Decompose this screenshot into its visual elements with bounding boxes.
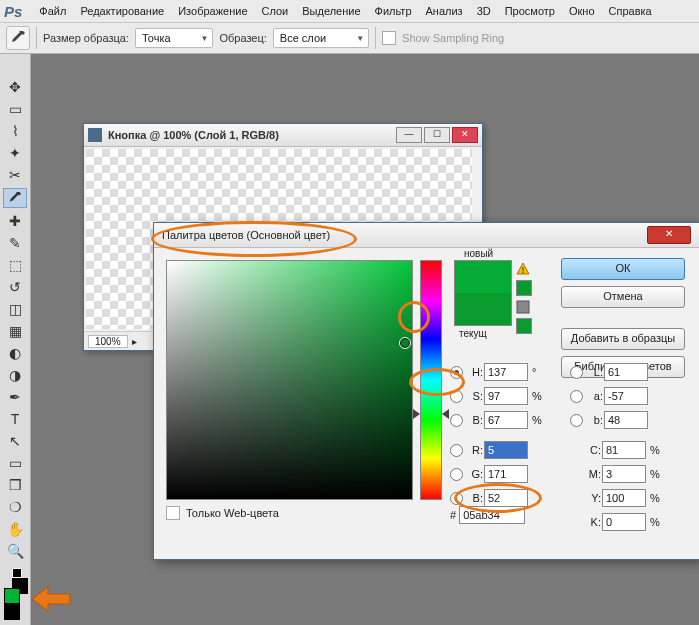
- input-h[interactable]: 137: [484, 363, 528, 381]
- menu-analysis[interactable]: Анализ: [419, 5, 470, 17]
- new-color-label: новый: [464, 248, 493, 259]
- ok-button[interactable]: ОК: [561, 258, 685, 280]
- input-bb[interactable]: 52: [484, 489, 528, 507]
- eyedropper-tool[interactable]: [3, 188, 27, 208]
- gamut-nearest-swatch[interactable]: [516, 280, 532, 296]
- heal-tool[interactable]: ✚: [4, 212, 26, 230]
- unit-h: °: [532, 366, 544, 378]
- color-swatches[interactable]: [4, 578, 26, 600]
- input-g[interactable]: 171: [484, 465, 528, 483]
- label-r: R:: [467, 444, 483, 456]
- stamp-tool[interactable]: ⬚: [4, 256, 26, 274]
- radio-g[interactable]: [450, 468, 463, 481]
- radio-lb[interactable]: [570, 414, 583, 427]
- sample-target-select[interactable]: Все слои▼: [273, 28, 369, 48]
- web-colors-label: Только Web-цвета: [186, 507, 279, 519]
- hue-slider[interactable]: [420, 260, 442, 500]
- label-y: Y:: [585, 492, 601, 504]
- crop-tool[interactable]: ✂: [4, 166, 26, 184]
- hue-handle-left[interactable]: [413, 409, 420, 419]
- label-bb: B:: [467, 492, 483, 504]
- marquee-tool[interactable]: ▭: [4, 100, 26, 118]
- radio-b[interactable]: [450, 414, 463, 427]
- input-bv[interactable]: 67: [484, 411, 528, 429]
- current-color-swatch[interactable]: [455, 293, 511, 325]
- label-lb: b:: [587, 414, 603, 426]
- lasso-tool[interactable]: ⌇: [4, 122, 26, 140]
- zoom-field[interactable]: 100%: [88, 335, 128, 348]
- sample-size-select[interactable]: Точка▼: [135, 28, 214, 48]
- maximize-button[interactable]: ☐: [424, 127, 450, 143]
- radio-r[interactable]: [450, 444, 463, 457]
- radio-l[interactable]: [570, 366, 583, 379]
- unit-s: %: [532, 390, 544, 402]
- show-ring-checkbox[interactable]: [382, 31, 396, 45]
- radio-a[interactable]: [570, 390, 583, 403]
- brush-tool[interactable]: ✎: [4, 234, 26, 252]
- menu-edit[interactable]: Редактирование: [73, 5, 171, 17]
- 3d-tool[interactable]: ❒: [4, 476, 26, 494]
- input-s[interactable]: 97: [484, 387, 528, 405]
- 3d-cam-tool[interactable]: ❍: [4, 498, 26, 516]
- menu-3d[interactable]: 3D: [470, 5, 498, 17]
- type-tool[interactable]: T: [4, 410, 26, 428]
- menu-filter[interactable]: Фильтр: [368, 5, 419, 17]
- menu-image[interactable]: Изображение: [171, 5, 254, 17]
- close-button[interactable]: ✕: [452, 127, 478, 143]
- blur-tool[interactable]: ◐: [4, 344, 26, 362]
- picker-close-button[interactable]: ✕: [647, 226, 691, 244]
- saturation-brightness-field[interactable]: [166, 260, 413, 500]
- document-titlebar[interactable]: Кнопка @ 100% (Слой 1, RGB/8) — ☐ ✕: [84, 124, 482, 147]
- hand-tool[interactable]: ✋: [4, 520, 26, 538]
- menu-window[interactable]: Окно: [562, 5, 602, 17]
- input-a[interactable]: -57: [604, 387, 648, 405]
- radio-s[interactable]: [450, 390, 463, 403]
- input-c[interactable]: 81: [602, 441, 646, 459]
- document-title: Кнопка @ 100% (Слой 1, RGB/8): [108, 129, 394, 141]
- menu-help[interactable]: Справка: [602, 5, 659, 17]
- history-brush-tool[interactable]: ↺: [4, 278, 26, 296]
- gradient-tool[interactable]: ▦: [4, 322, 26, 340]
- hex-input[interactable]: 05ab34: [459, 506, 525, 524]
- sb-picker-handle[interactable]: [399, 337, 411, 349]
- foreground-swatch[interactable]: [4, 588, 20, 604]
- menu-select[interactable]: Выделение: [295, 5, 367, 17]
- hue-handle-right[interactable]: [442, 409, 449, 419]
- zoom-tool[interactable]: 🔍: [4, 542, 26, 560]
- menu-file[interactable]: Файл: [32, 5, 73, 17]
- sample-size-value: Точка: [142, 32, 171, 44]
- menu-layers[interactable]: Слои: [255, 5, 296, 17]
- websafe-warning-icon[interactable]: [516, 300, 530, 314]
- eyedropper-tool-icon[interactable]: [6, 26, 30, 50]
- input-k[interactable]: 0: [602, 513, 646, 531]
- svg-text:!: !: [522, 265, 525, 275]
- input-l[interactable]: 61: [604, 363, 648, 381]
- label-m: M:: [585, 468, 601, 480]
- minimize-button[interactable]: —: [396, 127, 422, 143]
- input-m[interactable]: 3: [602, 465, 646, 483]
- dodge-tool[interactable]: ◑: [4, 366, 26, 384]
- options-bar: Размер образца: Точка▼ Образец: Все слои…: [0, 23, 699, 54]
- shape-tool[interactable]: ▭: [4, 454, 26, 472]
- wand-tool[interactable]: ✦: [4, 144, 26, 162]
- move-tool[interactable]: ✥: [4, 78, 26, 96]
- gamut-warning-icon[interactable]: !: [516, 262, 530, 276]
- status-arrow-icon[interactable]: ▸: [132, 336, 137, 347]
- websafe-nearest-swatch[interactable]: [516, 318, 532, 334]
- path-tool[interactable]: ↖: [4, 432, 26, 450]
- label-k: K:: [585, 516, 601, 528]
- unit-bv: %: [532, 414, 544, 426]
- input-y[interactable]: 100: [602, 489, 646, 507]
- cancel-button[interactable]: Отмена: [561, 286, 685, 308]
- picker-titlebar[interactable]: Палитра цветов (Основной цвет) ✕: [154, 223, 699, 248]
- input-lb[interactable]: 48: [604, 411, 648, 429]
- add-swatch-button[interactable]: Добавить в образцы: [561, 328, 685, 350]
- web-colors-checkbox[interactable]: [166, 506, 180, 520]
- radio-bb[interactable]: [450, 492, 463, 505]
- eraser-tool[interactable]: ◫: [4, 300, 26, 318]
- menu-view[interactable]: Просмотр: [498, 5, 562, 17]
- radio-h[interactable]: [450, 366, 463, 379]
- pen-tool[interactable]: ✒: [4, 388, 26, 406]
- input-r[interactable]: 5: [484, 441, 528, 459]
- picker-title: Палитра цветов (Основной цвет): [162, 229, 647, 241]
